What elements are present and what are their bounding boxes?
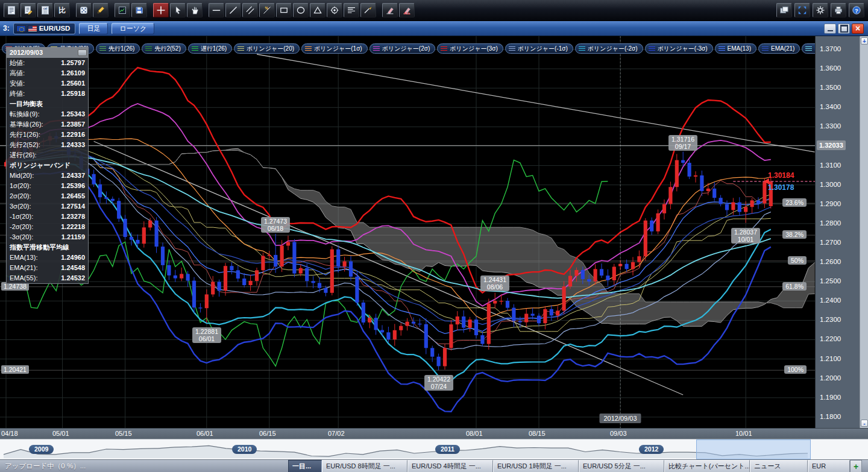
legend-item[interactable]: ボリンジャー(1σ) [301, 43, 368, 54]
price-axis-label: 1.2800 [820, 219, 841, 227]
help-button[interactable]: ? [849, 3, 864, 17]
timeframe-button[interactable]: 日足 [79, 23, 108, 34]
legend-item-label: 先行1(26) [108, 45, 134, 53]
chart-tab[interactable]: ニュース [750, 460, 808, 472]
chart-area[interactable]: 転換線(9)基準線(26)先行1(26)先行2(52)遅行1(26)ボリンジャー… [0, 36, 815, 428]
tooltip-row: 安値:1.25601 [7, 78, 88, 89]
navigator-year-label: 2009 [29, 445, 54, 454]
close-button[interactable] [852, 24, 864, 34]
legend-item-label: 先行2(52) [154, 45, 180, 53]
chart-canvas[interactable] [0, 36, 815, 428]
hand-button[interactable] [187, 3, 203, 17]
legend-item[interactable]: 遅行1(26) [188, 43, 232, 54]
trading-app-window: cal比%ALL ? 3: EUR/USD 日足 ローソク 転換線(9)基準線(… [0, 0, 868, 472]
toolbar-right: ? [776, 3, 865, 17]
zoom-out-button[interactable]: - [861, 420, 868, 427]
timeline-navigator[interactable]: 2009201020112012 [0, 439, 868, 459]
chart-tab[interactable]: EUR/USD 4時間足 一... [407, 460, 493, 472]
chart-type-button[interactable]: ローソク [112, 23, 154, 34]
legend-item[interactable]: EMA(13) [715, 43, 756, 54]
legend-item[interactable]: ボリンジャー(20) [234, 43, 300, 54]
chart-tab[interactable]: 一目... [288, 460, 322, 472]
tooltip-row: -3σ(20):1.21159 [7, 232, 88, 242]
maximize-button[interactable] [838, 24, 850, 34]
navigator-selection[interactable] [696, 439, 811, 459]
indicator-lines-icon [441, 46, 447, 51]
zoom-in-button[interactable]: + [861, 37, 868, 45]
date-axis-label: 09/03 [610, 430, 627, 437]
svg-text:?: ? [855, 7, 858, 14]
tooltip-row-label: 安値: [10, 78, 25, 89]
horizontal-line-button[interactable] [209, 3, 224, 17]
minimize-button[interactable] [824, 24, 836, 34]
tooltip-row-value: 1.22916 [61, 130, 85, 140]
eraser-all-button[interactable]: ALL [399, 3, 415, 17]
calculator-button[interactable]: cal [37, 3, 53, 17]
eraser-button[interactable] [382, 3, 398, 17]
price-axis-label: 1.2400 [820, 297, 841, 304]
price-axis-label: 1.3700 [820, 45, 841, 52]
date-axis[interactable]: 04/1805/0105/1506/0106/1507/0208/0108/15… [0, 428, 868, 439]
toolbar-separator [109, 4, 114, 16]
fibonacci-retracement-button[interactable] [344, 3, 359, 17]
chart-window-titlebar[interactable]: 3: EUR/USD 日足 ローソク [0, 21, 868, 36]
tooltip-row-value: 1.21159 [61, 232, 85, 242]
tooltip-row-label: 終値: [10, 89, 25, 99]
pencil-button[interactable] [93, 3, 108, 17]
legend-item[interactable]: ボリンジャー(2σ) [370, 43, 436, 54]
fibonacci-fan-button[interactable]: % [259, 3, 275, 17]
crosshair-button[interactable] [153, 3, 169, 17]
settings-button[interactable] [813, 3, 828, 17]
indicator-lines-icon [99, 46, 106, 51]
chart-tab[interactable]: EUR/USD 8時間足 一... [322, 460, 407, 472]
new-window-button[interactable] [776, 3, 792, 17]
price-axis-label: 1.2700 [820, 239, 841, 246]
ellipse-button[interactable] [293, 3, 309, 17]
chart-layout-button[interactable] [115, 3, 130, 17]
tooltip-row: 2σ(20):1.26455 [7, 191, 88, 201]
tooltip-row-label: -1σ(20): [10, 212, 33, 222]
symbol-selector[interactable]: EUR/USD [13, 23, 76, 34]
legend-item[interactable]: 先行1(26) [96, 43, 140, 54]
svg-text:cal: cal [43, 7, 47, 10]
triangle-button[interactable] [310, 3, 326, 17]
price-chart-canvas[interactable] [0, 36, 815, 428]
rectangle-button[interactable] [276, 3, 292, 17]
trend-line-button[interactable] [225, 3, 241, 17]
cursor-button[interactable] [170, 3, 186, 17]
legend-item[interactable]: EMA(55) [802, 43, 815, 54]
print-button[interactable] [831, 3, 846, 17]
dice-button[interactable] [76, 3, 92, 17]
report-list-button[interactable] [4, 3, 19, 17]
chart-tab[interactable]: 比較チャート(パーセント... [664, 460, 750, 472]
save-button[interactable] [131, 3, 147, 17]
line-edit-button[interactable] [360, 3, 376, 17]
legend-item[interactable]: ボリンジャー(-1σ) [505, 43, 573, 54]
date-axis-label: 07/02 [328, 430, 345, 437]
expand-button[interactable] [794, 3, 810, 17]
legend-item[interactable]: ボリンジャー(-2σ) [575, 43, 643, 54]
parallel-lines-button[interactable] [242, 3, 258, 17]
legend-item[interactable]: EMA(21) [758, 43, 800, 54]
report-new-button[interactable] [20, 3, 36, 17]
chart-tab[interactable]: EUR/USD 1時間足 一... [493, 460, 579, 472]
legend-item[interactable]: ボリンジャー(3σ) [437, 43, 503, 54]
compare-button[interactable]: 比 [54, 3, 70, 17]
date-axis-label: 04/18 [1, 430, 18, 437]
price-axis[interactable]: 1.37001.36001.35001.34001.33001.32001.31… [815, 36, 860, 428]
emblem-button[interactable] [327, 3, 342, 17]
tooltip-row: -2σ(20):1.22218 [7, 222, 88, 232]
tooltip-row-label: -3σ(20): [10, 232, 33, 242]
chart-tab[interactable]: EUR/USD 5分足 一... [579, 460, 664, 472]
indicator-lines-icon [145, 46, 152, 51]
tooltip-menu-button[interactable] [78, 49, 87, 56]
price-axis-label: 1.3100 [820, 162, 841, 169]
indicator-lines-icon [762, 46, 769, 51]
legend-item[interactable]: ボリンジャー(-3σ) [645, 43, 713, 54]
date-axis-label: 08/01 [466, 430, 483, 437]
navigator-year-label: 2011 [435, 445, 460, 454]
add-chart-button[interactable]: + [850, 460, 862, 472]
chart-tab[interactable]: EUR [808, 460, 850, 472]
legend-item[interactable]: 先行2(52) [142, 43, 186, 54]
tooltip-row-value: 1.24960 [61, 253, 85, 263]
